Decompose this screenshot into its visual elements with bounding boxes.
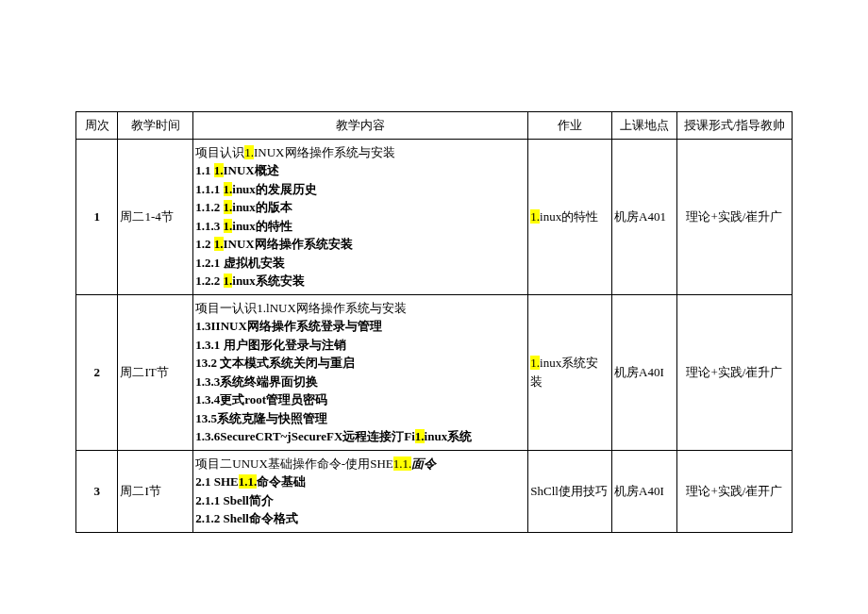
cell-location: 机房A40I — [612, 294, 677, 450]
table-row: 3 周二I节 项目二UNUX基础操作命令-使用SHE1.1.面令2.1 SHE1… — [76, 450, 793, 532]
table-row: 1 周二1-4节 项目认识1.INUX网络操作系统与安装1.1 1.INUX概述… — [76, 139, 793, 294]
cell-mode: 理论+实践/崔开广 — [676, 450, 792, 532]
page-content: 周次 教学时间 教学内容 作业 上课地点 授课形式/指导教帅 1 周二1-4节 … — [0, 0, 868, 533]
cell-homework: 1.inux系统安装 — [528, 294, 612, 450]
header-time: 教学时间 — [118, 112, 193, 140]
cell-week: 2 — [76, 294, 118, 450]
cell-time: 周二1-4节 — [118, 139, 193, 294]
cell-time: 周二I节 — [118, 450, 193, 532]
table-row: 2 周二IT节 项目一认识1.lNUX网络操作系统与安装1.3IINUX网络操作… — [76, 294, 793, 450]
header-location: 上课地点 — [612, 112, 677, 140]
cell-mode: 理论+实践/崔升广 — [676, 294, 792, 450]
cell-content: 项目认识1.INUX网络操作系统与安装1.1 1.INUX概述1.1.1 1.i… — [193, 139, 528, 294]
cell-week: 3 — [76, 450, 118, 532]
cell-time: 周二IT节 — [118, 294, 193, 450]
cell-location: 机房A401 — [612, 139, 677, 294]
header-week: 周次 — [76, 112, 118, 140]
cell-content: 项目二UNUX基础操作命令-使用SHE1.1.面令2.1 SHE1.1.命令基础… — [193, 450, 528, 532]
cell-content: 项目一认识1.lNUX网络操作系统与安装1.3IINUX网络操作系统登录与管理1… — [193, 294, 528, 450]
cell-homework: 1.inux的特性 — [528, 139, 612, 294]
cell-location: 机房A40I — [612, 450, 677, 532]
cell-mode: 理论+实践/崔升广 — [676, 139, 792, 294]
header-content: 教学内容 — [193, 112, 528, 140]
cell-week: 1 — [76, 139, 118, 294]
cell-homework: ShCll使用技巧 — [528, 450, 612, 532]
table-body: 1 周二1-4节 项目认识1.INUX网络操作系统与安装1.1 1.INUX概述… — [76, 139, 793, 532]
header-mode: 授课形式/指导教帅 — [676, 112, 792, 140]
table-header-row: 周次 教学时间 教学内容 作业 上课地点 授课形式/指导教帅 — [76, 112, 793, 140]
schedule-table: 周次 教学时间 教学内容 作业 上课地点 授课形式/指导教帅 1 周二1-4节 … — [75, 111, 793, 533]
header-homework: 作业 — [528, 112, 612, 140]
